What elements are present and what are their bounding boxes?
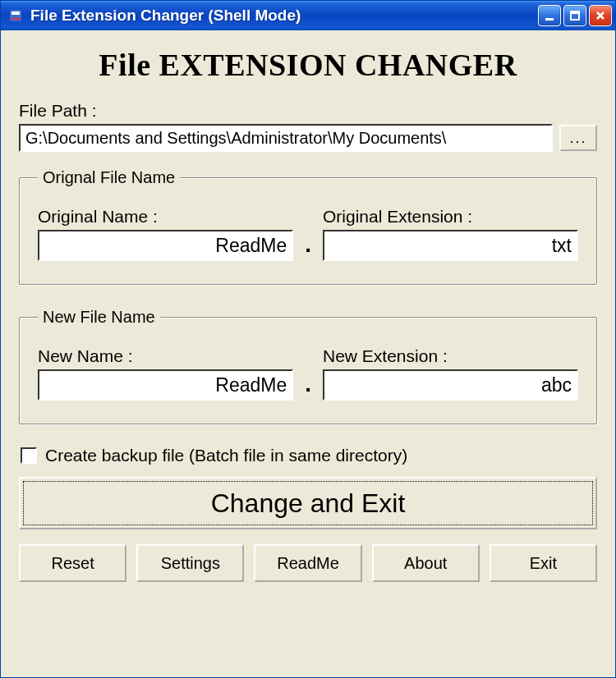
file-path-input[interactable] [19, 124, 553, 152]
backup-label: Create backup file (Batch file in same d… [45, 446, 407, 465]
original-ext-label: Original Extension : [323, 207, 578, 227]
original-file-group: Orignal File Name Original Name : . Orig… [19, 168, 597, 285]
about-button[interactable]: About [372, 544, 480, 582]
change-and-exit-button[interactable]: Change and Exit [19, 477, 597, 529]
minimize-button[interactable] [538, 5, 561, 26]
titlebar: File Extension Changer (Shell Mode) [1, 1, 615, 30]
close-icon [595, 10, 606, 21]
maximize-icon [569, 10, 581, 21]
dot-separator: . [305, 371, 311, 401]
new-file-group: New File Name New Name : . New Extension… [19, 308, 597, 424]
settings-button[interactable]: Settings [136, 544, 244, 582]
window-controls [538, 5, 612, 26]
page-title: File EXTENSION CHANGER [19, 47, 597, 83]
readme-button[interactable]: ReadMe [254, 544, 361, 582]
minimize-icon [544, 10, 555, 21]
svg-point-3 [16, 17, 20, 21]
svg-point-2 [11, 17, 15, 21]
original-ext-input[interactable] [323, 230, 578, 261]
new-ext-input[interactable] [323, 369, 578, 401]
app-window: File Extension Changer (Shell Mode) File… [0, 0, 616, 678]
original-name-input[interactable] [38, 230, 293, 261]
file-path-label: File Path : [19, 101, 597, 121]
maximize-button[interactable] [563, 5, 586, 26]
svg-rect-6 [571, 11, 579, 14]
new-name-input[interactable] [38, 369, 293, 401]
reset-button[interactable]: Reset [19, 544, 126, 582]
app-icon [7, 7, 24, 24]
original-name-label: Original Name : [38, 207, 293, 227]
svg-rect-4 [545, 18, 554, 21]
dot-separator: . [305, 231, 311, 261]
original-file-legend: Orignal File Name [38, 168, 180, 187]
new-file-legend: New File Name [38, 308, 160, 327]
new-ext-label: New Extension : [323, 346, 578, 366]
window-title: File Extension Changer (Shell Mode) [30, 7, 538, 25]
backup-checkbox[interactable] [21, 447, 37, 464]
client-area: File EXTENSION CHANGER File Path : ... O… [1, 30, 615, 677]
svg-rect-1 [11, 11, 20, 15]
new-name-label: New Name : [38, 346, 293, 366]
browse-button[interactable]: ... [559, 125, 597, 151]
close-button[interactable] [589, 5, 612, 26]
exit-button[interactable]: Exit [490, 544, 597, 582]
